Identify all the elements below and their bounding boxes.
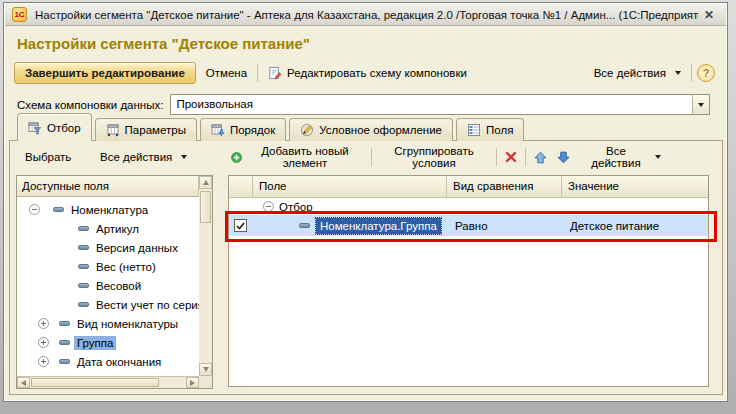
tab-uslovnoe-oformlenie[interactable]: Условное оформление: [289, 118, 453, 141]
toolbar-separator: [496, 148, 497, 166]
1c-app-icon: 1С: [12, 7, 27, 22]
field-icon: [59, 359, 70, 364]
tree-item-label: Версия данных: [93, 241, 181, 255]
app-icon-text: 1С: [14, 10, 24, 19]
tree-item-vesovoj[interactable]: Весовой: [17, 276, 199, 295]
help-icon: ?: [703, 67, 710, 79]
tree-item-ves-netto[interactable]: Вес (нетто): [17, 257, 199, 276]
expand-icon[interactable]: [38, 337, 49, 348]
tree-item-label: Группа: [74, 336, 116, 350]
scrollbar-corner: [199, 376, 212, 388]
tab-polya[interactable]: Поля: [456, 118, 524, 141]
cancel-button-label: Отмена: [206, 67, 247, 79]
schema-field-label: Схема компоновки данных:: [17, 99, 163, 111]
header-cell-znachenie: Значение: [562, 176, 708, 197]
delete-button[interactable]: [503, 149, 519, 165]
condition-field-value: Номенклатура.Группа: [316, 218, 441, 234]
group-conditions-button[interactable]: Сгруппировать условия: [378, 143, 490, 171]
schema-field-row: Схема компоновки данных: Произвольная: [17, 94, 710, 115]
table-header-row: Поле Вид сравнения Значение: [229, 176, 708, 198]
edit-schema-button[interactable]: Редактировать схему компоновки: [263, 62, 472, 84]
condition-row[interactable]: Номенклатура.Группа Равно Детское питани…: [229, 215, 708, 236]
checkmark-icon: [236, 222, 245, 230]
tree-item-artikul[interactable]: Артикул: [17, 219, 199, 238]
vertical-scroll-thumb[interactable]: [200, 191, 211, 223]
field-icon: [59, 340, 70, 345]
tab-otbor[interactable]: Отбор: [17, 113, 92, 141]
schema-combobox[interactable]: Произвольная: [170, 94, 710, 115]
field-icon: [78, 245, 89, 250]
tab-poryadok-label: Порядок: [230, 124, 275, 136]
schema-combobox-dropdown-button[interactable]: [692, 95, 709, 114]
chevron-down-icon: [655, 155, 661, 159]
field-icon: [53, 207, 64, 212]
window-titlebar: 1С Настройки сегмента "Детское питание" …: [5, 4, 726, 26]
window-title: Настройки сегмента "Детское питание" - А…: [35, 9, 699, 21]
expand-icon[interactable]: [38, 356, 49, 367]
page-title: Настройки сегмента "Детское питание": [17, 35, 310, 52]
tree-item-nomenklatura[interactable]: Номенклатура: [17, 200, 199, 219]
parameters-tab-icon: [106, 123, 120, 137]
all-actions-button-filter[interactable]: Все действия: [584, 143, 663, 171]
move-up-icon: [534, 151, 547, 164]
add-element-button[interactable]: Добавить новый элемент: [229, 143, 365, 171]
tab-uslovnoe-oformlenie-label: Условное оформление: [319, 124, 442, 136]
add-icon: [231, 151, 242, 164]
select-button[interactable]: Выбрать: [23, 149, 73, 165]
scroll-down-icon: [203, 367, 209, 372]
field-icon: [78, 226, 89, 231]
condition-comparison-cell[interactable]: Равно: [447, 215, 562, 236]
all-actions-button-fields[interactable]: Все действия: [98, 149, 189, 165]
edit-schema-button-label: Редактировать схему компоновки: [287, 67, 467, 79]
close-icon[interactable]: ✕: [699, 7, 719, 23]
field-icon: [78, 283, 89, 288]
move-down-button[interactable]: [555, 149, 572, 166]
scroll-up-icon: [203, 180, 209, 185]
tree-item-label: Весовой: [93, 279, 144, 293]
horizontal-scroll-thumb[interactable]: [31, 378, 159, 387]
condition-value-cell[interactable]: Детское питание: [562, 215, 708, 236]
toolbar-separator: [691, 64, 692, 82]
filter-tab-icon: [28, 121, 42, 135]
tab-parametry-label: Параметры: [125, 124, 186, 136]
available-fields-header: Доступные поля: [17, 176, 199, 197]
tab-strip: Отбор Параметры Порядок: [17, 113, 524, 141]
conditional-formatting-tab-icon: [300, 123, 314, 137]
tree-item-versiya-dannyh[interactable]: Версия данных: [17, 238, 199, 257]
cancel-button[interactable]: Отмена: [201, 63, 252, 83]
tree-item-gruppa[interactable]: Группа: [17, 333, 199, 352]
scroll-left-button[interactable]: [17, 377, 30, 388]
horizontal-scrollbar[interactable]: [17, 376, 199, 388]
delete-icon: [505, 151, 517, 163]
tree-item-data-okonchaniya[interactable]: Дата окончания: [17, 352, 199, 371]
vertical-scrollbar[interactable]: [199, 176, 212, 376]
toolbar-separator: [525, 148, 526, 166]
available-fields-tree: Номенклатура Артикул Версия данных Вес (…: [17, 197, 199, 376]
tree-item-label: Вид номенклатуры: [74, 317, 181, 331]
order-tab-icon: [211, 123, 225, 137]
chevron-down-icon: [698, 103, 704, 107]
filter-toolbar: Добавить новый элемент Сгруппировать усл…: [229, 146, 663, 168]
tab-poryadok[interactable]: Порядок: [200, 118, 286, 141]
tree-item-vesti-uchet-po-seriyam[interactable]: Вести учет по сериям: [17, 295, 199, 314]
condition-checkbox[interactable]: [234, 219, 247, 232]
help-button[interactable]: ?: [697, 64, 715, 82]
tree-item-vid-nomenklatury[interactable]: Вид номенклатуры: [17, 314, 199, 333]
group-conditions-button-label: Сгруппировать условия: [380, 145, 488, 169]
collapse-icon[interactable]: [29, 204, 40, 215]
expand-icon[interactable]: [38, 318, 49, 329]
scroll-down-button[interactable]: [199, 363, 212, 376]
filter-group-row[interactable]: Отбор: [229, 198, 708, 215]
scroll-right-icon: [190, 380, 195, 386]
condition-field-cell[interactable]: Номенклатура.Группа: [253, 215, 447, 236]
collapse-icon[interactable]: [263, 201, 274, 212]
all-actions-button-form[interactable]: Все действия: [589, 63, 686, 83]
scroll-up-button[interactable]: [199, 176, 212, 189]
scroll-right-button[interactable]: [186, 377, 199, 388]
filter-conditions-table: Поле Вид сравнения Значение Отбор: [228, 175, 709, 387]
available-fields-panel: Доступные поля Номенклатура Артикул Верс…: [16, 175, 213, 389]
move-up-button[interactable]: [532, 149, 549, 166]
finish-editing-button[interactable]: Завершить редактирование: [14, 62, 196, 84]
field-icon: [78, 264, 89, 269]
tab-parametry[interactable]: Параметры: [95, 118, 197, 141]
